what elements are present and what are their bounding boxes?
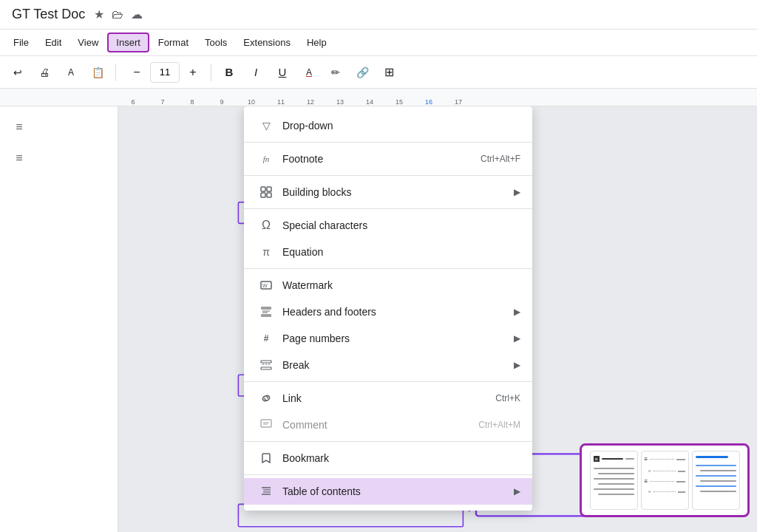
sidebar-icon-list[interactable]: ≡ [6,114,33,140]
comment-add-button[interactable]: ⊞ [377,61,401,84]
svg-rect-2 [261,193,265,197]
ruler-mark: 13 [325,98,355,106]
folder-icon[interactable]: 🗁 [112,8,123,21]
dropdown-item-toc[interactable]: Table of contents ▶ [244,478,532,505]
sidebar-icon-comment[interactable]: ≡ [6,145,33,171]
ruler-mark: 7 [148,98,177,106]
dropdown-item-footnote[interactable]: fn Footnote Ctrl+Alt+F [244,146,532,172]
font-size-input[interactable] [150,62,180,83]
doc-title[interactable]: GT Test Doc [12,7,85,22]
break-icon [256,359,276,371]
comment-shortcut: Ctrl+Alt+M [478,420,520,430]
menu-section-layout: W Watermark Headers and footer [244,269,532,382]
svg-rect-10 [261,361,271,363]
ruler: 6 7 8 9 10 11 12 13 14 15 16 17 [0,89,757,106]
menu-insert[interactable]: Insert [107,33,149,52]
watermark-label: Watermark [282,279,520,291]
svg-rect-7 [261,314,271,317]
menu-help[interactable]: Help [299,34,334,51]
italic-button[interactable]: I [244,61,268,84]
link-shortcut: Ctrl+K [495,393,520,403]
toc-card-1[interactable]: ≡ [590,451,638,510]
dropdown-item-headers-footers[interactable]: Headers and footers ▶ [244,299,532,325]
building-blocks-arrow: ▶ [514,187,520,197]
menu-edit[interactable]: Edit [38,34,69,51]
text-color-button[interactable]: A [297,61,321,84]
ruler-mark: 12 [296,98,325,106]
dropdown-item-break[interactable]: Break ▶ [244,352,532,378]
left-sidebar: ≡ ≡ [0,106,118,532]
dropdown-item-link[interactable]: Link Ctrl+K [244,385,532,412]
star-icon[interactable]: ★ [94,7,104,21]
bookmark-label: Bookmark [282,452,520,464]
menu-bar: File Edit View Insert Format Tools Exten… [0,30,757,56]
special-chars-label: Special characters [282,219,520,231]
cloud-icon[interactable]: ☁ [131,7,143,21]
toc-card-2[interactable]: ≡ ≡ ≡ ≡ [641,451,689,510]
toolbar: ↩ 🖨 A 📋 − + B I U A ✏ 🔗 ⊞ [0,56,757,89]
dropdown-item-dropdown[interactable]: ▽ Drop-down [244,112,532,139]
ruler-mark: 10 [237,98,266,106]
special-chars-icon: Ω [256,219,276,232]
main-area: ≡ ≡ ▽ Drop-down fn Footnote Ctrl+Alt+F [0,106,757,532]
print-button[interactable]: 🖨 [33,61,56,84]
building-blocks-label: Building blocks [282,186,514,198]
dropdown-item-building-blocks[interactable]: Building blocks ▶ [244,179,532,205]
menu-section-link: Link Ctrl+K Comment Ctrl+Alt+M [244,382,532,442]
page-numbers-label: Page numbers [282,332,514,344]
link-button[interactable]: 🔗 [350,61,374,84]
dropdown-item-page-numbers[interactable]: # Page numbers ▶ [244,325,532,352]
svg-text:W: W [262,283,268,288]
copy-format-button[interactable]: 📋 [86,61,109,84]
dropdown-item-special-chars[interactable]: Ω Special characters [244,212,532,239]
bold-button[interactable]: B [217,61,241,84]
menu-tools[interactable]: Tools [197,34,234,51]
font-size-increase[interactable]: + [181,61,205,84]
underline-button[interactable]: U [271,61,294,84]
page-numbers-arrow: ▶ [514,333,520,344]
link-icon [256,392,276,404]
ruler-mark: 11 [266,98,296,106]
dropdown-item-watermark[interactable]: W Watermark [244,272,532,299]
ruler-mark: 15 [384,98,414,106]
toc-cards-popup: ≡ ≡ ≡ [580,443,750,517]
svg-rect-6 [261,307,271,310]
equation-icon: π [256,246,276,258]
ruler-mark: 9 [207,98,237,106]
toolbar-divider-1 [115,64,116,81]
menu-extensions[interactable]: Extensions [236,34,298,51]
menu-section-dropdown: ▽ Drop-down [244,109,532,143]
menu-file[interactable]: File [6,34,36,51]
font-size-control: − + [125,61,205,84]
dropdown-item-bookmark[interactable]: Bookmark [244,445,532,471]
comment-label: Comment [282,419,478,431]
svg-rect-0 [261,187,265,191]
watermark-icon: W [256,279,276,291]
ruler-mark: 17 [444,98,473,106]
comment-icon [256,419,276,431]
footnote-label: Footnote [282,153,481,165]
page-numbers-icon: # [256,333,276,344]
menu-section-footnote: fn Footnote Ctrl+Alt+F [244,143,532,176]
menu-view[interactable]: View [70,34,106,51]
headers-footers-label: Headers and footers [282,306,514,318]
toc-card-3[interactable] [692,451,740,510]
dropdown-item-icon: ▽ [256,120,276,132]
dropdown-item-equation[interactable]: π Equation [244,239,532,265]
footnote-icon: fn [256,154,276,163]
font-size-decrease[interactable]: − [125,61,149,84]
menu-section-building-blocks: Building blocks ▶ [244,176,532,209]
undo-button[interactable]: ↩ [6,61,30,84]
menu-section-toc: Table of contents ▶ [244,475,532,508]
paint-button[interactable]: A [59,61,83,84]
equation-label: Equation [282,246,520,258]
dropdown-item-comment[interactable]: Comment Ctrl+Alt+M [244,412,532,438]
svg-rect-3 [267,193,271,197]
title-bar: GT Test Doc ★ 🗁 ☁ [0,0,757,30]
menu-format[interactable]: Format [151,34,196,51]
headers-footers-icon [256,306,276,318]
insert-dropdown-menu: ▽ Drop-down fn Footnote Ctrl+Alt+F [244,106,532,511]
svg-rect-13 [261,420,271,427]
highlight-button[interactable]: ✏ [324,61,347,84]
headers-footers-arrow: ▶ [514,307,520,317]
